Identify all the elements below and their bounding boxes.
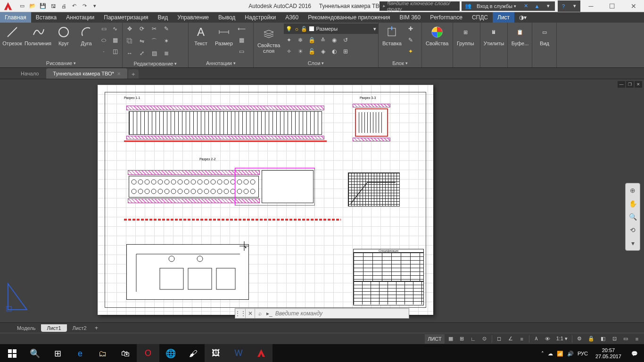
layer-combo[interactable]: 💡 ☼ 🔓 Размеры ▾ [284, 24, 378, 34]
qat-redo-icon[interactable]: ↷ [79, 1, 90, 11]
chrome-icon[interactable]: 🌐 [159, 344, 182, 362]
sb-lock-icon[interactable]: 🔒 [586, 334, 597, 344]
tab-performance[interactable]: Performance [425, 12, 467, 23]
layer-unlock-icon[interactable]: 🔓 [306, 46, 317, 57]
vp-minimize-icon[interactable]: — [618, 81, 625, 88]
a360-dropdown-icon[interactable]: ▾ [543, 0, 554, 12]
layer-match-icon[interactable]: ≛ [318, 35, 328, 45]
tab-manage[interactable]: Управление [173, 12, 214, 23]
layer-state-icon[interactable]: ⊞ [340, 46, 351, 57]
tab-layout[interactable]: Лист [493, 12, 514, 23]
tab-addins[interactable]: Надстройки [240, 12, 281, 23]
qat-saveas-icon[interactable]: 🖫 [48, 1, 58, 11]
qat-save-icon[interactable]: 💾 [38, 1, 48, 11]
taskview-icon[interactable]: ⊞ [46, 344, 69, 362]
layouttab-add[interactable]: + [92, 324, 101, 331]
close-button[interactable]: ✕ [623, 0, 644, 12]
sb-hw-icon[interactable]: ⊡ [609, 334, 619, 344]
vp-restore-icon[interactable]: ❐ [626, 81, 634, 88]
signin-button[interactable]: Вход в службы▾ [474, 1, 519, 11]
layouttab-model[interactable]: Модель [11, 324, 41, 332]
sb-custom-icon[interactable]: ≡ [632, 334, 642, 344]
circle-button[interactable]: Круг [53, 24, 74, 47]
autocad-taskbar-icon[interactable] [250, 344, 272, 362]
status-layout-label[interactable]: ЛИСТ [425, 334, 444, 344]
close-tab-icon[interactable]: ✕ [117, 71, 121, 76]
stretch-icon[interactable]: ↔ [124, 48, 135, 58]
tray-wifi-icon[interactable]: 📶 [557, 351, 563, 357]
paint-icon[interactable]: 🖌 [182, 344, 205, 362]
panel-annot-title[interactable]: Аннотации [190, 59, 251, 67]
tab-annotate[interactable]: Аннотации [61, 12, 99, 23]
move-icon[interactable]: ✥ [124, 24, 135, 34]
layouttab-sheet1[interactable]: Лист1 [41, 324, 66, 332]
dimension-button[interactable]: Размер [213, 24, 235, 47]
help-dropdown-icon[interactable]: ▾ [569, 0, 580, 12]
panel-draw-title[interactable]: Рисование [2, 59, 120, 67]
qat-plot-icon[interactable]: 🖨 [58, 1, 69, 11]
tab-spds[interactable]: СПДС [467, 12, 493, 23]
clipboard-button[interactable]: 📋Буфе... [510, 24, 530, 47]
qat-new-icon[interactable]: ▭ [17, 1, 27, 11]
spline-icon[interactable]: ∿ [110, 24, 120, 34]
sb-ortho-icon[interactable]: ∟ [468, 334, 479, 344]
sb-otrack-icon[interactable]: ∠ [505, 334, 516, 344]
insert-block-button[interactable]: Вставка [380, 24, 404, 47]
polyline-button[interactable]: Полилиния [25, 24, 51, 47]
fillet-icon[interactable]: ⌒ [149, 36, 159, 46]
leader-icon[interactable]: ⟵ [237, 24, 247, 34]
layer-thaw-icon[interactable]: ☀ [295, 46, 305, 57]
tab-parametric[interactable]: Параметризация [99, 12, 153, 23]
nav-zoom-icon[interactable]: 🔍 [627, 212, 638, 222]
help-icon[interactable]: ? [558, 0, 569, 12]
cmdline-recent-icon[interactable]: ⌕ [255, 309, 264, 318]
sb-ws-icon[interactable]: ⚙ [574, 334, 585, 344]
photos-icon[interactable]: 🖼 [205, 344, 227, 362]
edit-block-icon[interactable]: ✎ [405, 35, 416, 45]
vp-close-icon[interactable]: ✕ [635, 81, 642, 88]
sb-snap-icon[interactable]: ⊞ [457, 334, 467, 344]
command-input[interactable] [272, 310, 409, 317]
tab-bim360[interactable]: BIM 360 [395, 12, 426, 23]
maximize-button[interactable]: ☐ [602, 0, 623, 12]
cmdline-grip-icon[interactable]: ⋮⋮ [235, 309, 246, 318]
nav-pan-icon[interactable]: ✋ [627, 198, 638, 209]
tray-onedrive-icon[interactable]: ☁ [548, 351, 553, 357]
layer-on-icon[interactable]: ✧ [284, 46, 294, 57]
drawing-area[interactable]: — ❐ ✕ Разрез 1-1 Разрез 3-3 Разрез 2-2 [0, 79, 644, 322]
tab-insert[interactable]: Вставка [31, 12, 62, 23]
trim-icon[interactable]: ✂ [149, 24, 159, 34]
layer-prev-icon[interactable]: ↺ [340, 35, 351, 45]
line-button[interactable]: Отрезок [2, 24, 23, 47]
explorer-icon[interactable]: 🗂 [91, 344, 114, 362]
tab-featured[interactable]: Рекомендованные приложения [303, 12, 395, 23]
groups-button[interactable]: ⊞Группы [455, 24, 476, 47]
explode-icon[interactable]: ✶ [161, 36, 172, 46]
array-icon[interactable]: ▤ [149, 48, 159, 58]
layer-lock-icon[interactable]: 🔒 [306, 35, 317, 45]
tab-output[interactable]: Вывод [214, 12, 240, 23]
copy-icon[interactable]: ⿻ [124, 36, 135, 46]
sb-annoscale-icon[interactable]: Ａ [531, 334, 542, 344]
cmdline-close-icon[interactable]: ✕ [246, 309, 255, 318]
edge-icon[interactable]: e [69, 344, 91, 362]
mtext-icon[interactable]: ▭ [237, 46, 247, 57]
nav-orbit-icon[interactable]: ⟲ [627, 225, 638, 235]
attr-block-icon[interactable]: ✦ [405, 46, 416, 57]
search-icon[interactable]: 🔍 [24, 344, 46, 362]
rotate-icon[interactable]: ⟳ [137, 24, 147, 34]
exchange-icon[interactable]: ✕ [520, 0, 531, 12]
word-icon[interactable]: W [227, 344, 250, 362]
qat-open-icon[interactable]: 📂 [27, 1, 38, 11]
scale-icon[interactable]: ⤢ [137, 48, 147, 58]
app-menu-icon[interactable] [0, 0, 16, 12]
create-block-icon[interactable]: ✚ [405, 24, 416, 34]
sb-polar-icon[interactable]: ⊙ [479, 334, 490, 344]
a360-icon[interactable]: ▲ [531, 0, 543, 12]
panel-layers-title[interactable]: Слои [256, 59, 376, 67]
tab-home[interactable]: Главная [0, 12, 31, 23]
tab-extras-icon[interactable]: ◑▾ [514, 12, 531, 23]
erase-icon[interactable]: ✎ [161, 24, 172, 34]
sb-lwt-icon[interactable]: ≡ [517, 334, 527, 344]
minimize-button[interactable]: ─ [580, 0, 602, 12]
